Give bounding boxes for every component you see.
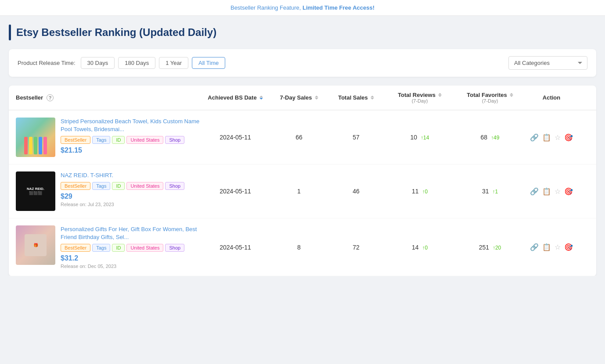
- filter-30days[interactable]: 30 Days: [81, 57, 115, 69]
- note-icon-3[interactable]: 📋: [542, 243, 551, 251]
- link-icon-2[interactable]: 🔗: [530, 187, 539, 196]
- reviews-badge-2: ↑0: [422, 189, 428, 195]
- tag-id-3[interactable]: ID: [112, 244, 125, 252]
- product-price-1: $21.15: [61, 146, 200, 154]
- filter-label: Product Release Time:: [18, 60, 76, 66]
- banner-highlight: Limited Time Free Access!: [302, 4, 375, 11]
- table-row: Striped Personalized Beach Towel, Kids C…: [9, 111, 596, 164]
- tag-bestseller-2[interactable]: BestSeller: [61, 182, 90, 190]
- tag-bestseller-3[interactable]: BestSeller: [61, 244, 90, 252]
- filter-180days[interactable]: 180 Days: [118, 57, 155, 69]
- th-action-label: Action: [543, 94, 560, 101]
- title-accent-bar: [9, 25, 11, 40]
- product-release-2: Release on: Jul 23, 2023: [61, 202, 200, 207]
- filter-alltime[interactable]: All Time: [192, 57, 225, 69]
- th-achieved-date[interactable]: Achieved BS Date: [200, 94, 270, 101]
- product-info-3: Personalized Gifts For Her, Gift Box For…: [61, 225, 200, 269]
- favorites-badge-3: ↑20: [493, 245, 501, 251]
- th-total-reviews-label: Total Reviews: [398, 92, 436, 98]
- total-sales-value-2: 46: [353, 188, 360, 195]
- link-icon-3[interactable]: 🔗: [530, 243, 539, 251]
- product-title-2[interactable]: NAZ REID. T-SHIRT.: [61, 171, 200, 179]
- th-total-sales[interactable]: Total Sales: [328, 94, 385, 101]
- th-total-reviews-multi: Total Reviews (7-Day): [398, 92, 442, 103]
- product-image-2[interactable]: NAZ REID.⬛⬛⬛: [16, 171, 55, 211]
- tag-bestseller-1[interactable]: BestSeller: [61, 136, 90, 144]
- action-cell-2: 🔗 📋 ☆ 🎯: [525, 187, 578, 196]
- category-filter-wrapper: All Categories Jewelry Clothing Home & L…: [508, 56, 587, 70]
- favorites-count-3: 251: [479, 244, 489, 251]
- target-icon-2[interactable]: 🎯: [564, 187, 573, 196]
- table-row: 🎁 Personalized Gifts For Her, Gift Box F…: [9, 218, 596, 276]
- th-achieved-date-label: Achieved BS Date: [208, 94, 256, 101]
- tag-id-1[interactable]: ID: [112, 136, 125, 144]
- achieved-date-sort-icon: [259, 96, 263, 100]
- reviews-badge-1: ↑14: [421, 135, 429, 141]
- th-bestseller-label: Bestseller: [16, 94, 43, 101]
- category-select[interactable]: All Categories Jewelry Clothing Home & L…: [508, 56, 587, 70]
- th-action: Action: [525, 94, 578, 101]
- total-sales-sort-icon: [371, 96, 374, 100]
- tag-tags-2[interactable]: Tags: [92, 182, 110, 190]
- tag-shop-1[interactable]: Shop: [165, 136, 184, 144]
- favorites-badge-1: ↑49: [491, 135, 499, 141]
- favorites-count-1: 68: [481, 134, 488, 141]
- tag-tags-1[interactable]: Tags: [92, 136, 110, 144]
- th-total-favorites-main: Total Favorites: [467, 92, 513, 98]
- target-icon-1[interactable]: 🎯: [564, 133, 573, 142]
- sales-7day-3: 8: [270, 244, 328, 251]
- total-reviews-1: 10 ↑14: [385, 134, 455, 141]
- tag-shop-2[interactable]: Shop: [165, 182, 184, 190]
- product-image-3[interactable]: 🎁: [16, 225, 55, 265]
- star-icon-2[interactable]: ☆: [555, 187, 561, 196]
- favorites-count-2: 31: [482, 188, 489, 195]
- note-icon-1[interactable]: 📋: [542, 133, 551, 142]
- reviews-count-1: 10: [411, 134, 418, 141]
- sales-7day-2: 1: [270, 188, 328, 195]
- total-reviews-3: 14 ↑0: [385, 244, 455, 251]
- filter-1year[interactable]: 1 Year: [159, 57, 188, 69]
- product-tags-2: BestSeller Tags ID United States Shop: [61, 182, 200, 190]
- product-tags-3: BestSeller Tags ID United States Shop: [61, 244, 200, 252]
- product-tags-1: BestSeller Tags ID United States Shop: [61, 136, 200, 144]
- th-total-reviews-sub: (7-Day): [412, 98, 428, 103]
- total-favorites-1: 68 ↑49: [455, 134, 525, 141]
- banner-text: Bestseller Ranking Feature, Limited Time…: [230, 4, 375, 11]
- th-total-reviews[interactable]: Total Reviews (7-Day): [385, 92, 455, 103]
- reviews-count-2: 11: [412, 188, 419, 195]
- star-icon-1[interactable]: ☆: [555, 133, 561, 142]
- th-total-favorites[interactable]: Total Favorites (7-Day): [455, 92, 525, 103]
- tag-id-2[interactable]: ID: [112, 182, 125, 190]
- action-cell-1: 🔗 📋 ☆ 🎯: [525, 133, 578, 142]
- tag-shop-3[interactable]: Shop: [165, 244, 184, 252]
- th-7day-sales[interactable]: 7-Day Sales: [270, 94, 328, 101]
- action-cell-3: 🔗 📋 ☆ 🎯: [525, 243, 578, 251]
- product-info-2: NAZ REID. T-SHIRT. BestSeller Tags ID Un…: [61, 171, 200, 207]
- th-bestseller: Bestseller ?: [16, 94, 200, 101]
- bestseller-help-icon[interactable]: ?: [47, 94, 54, 101]
- tag-country-1[interactable]: United States: [126, 136, 163, 144]
- th-total-favorites-multi: Total Favorites (7-Day): [467, 92, 513, 103]
- link-icon-1[interactable]: 🔗: [530, 133, 539, 142]
- product-title-1[interactable]: Striped Personalized Beach Towel, Kids C…: [61, 118, 200, 133]
- tag-country-3[interactable]: United States: [126, 244, 163, 252]
- product-price-3: $31.2: [61, 254, 200, 262]
- table-header: Bestseller ? Achieved BS Date 7-Day Sale…: [9, 86, 596, 111]
- tag-tags-3[interactable]: Tags: [92, 244, 110, 252]
- total-sales-3: 72: [328, 244, 385, 251]
- tshirt-text: NAZ REID.⬛⬛⬛: [27, 187, 44, 196]
- tag-country-2[interactable]: United States: [126, 182, 163, 190]
- star-icon-3[interactable]: ☆: [555, 243, 561, 251]
- filter-left: Product Release Time: 30 Days 180 Days 1…: [18, 57, 225, 69]
- total-favorites-sort-icon: [510, 93, 513, 97]
- note-icon-2[interactable]: 📋: [542, 187, 551, 196]
- product-cell-1: Striped Personalized Beach Towel, Kids C…: [16, 118, 200, 157]
- target-icon-3[interactable]: 🎯: [564, 243, 573, 251]
- product-cell-2: NAZ REID.⬛⬛⬛ NAZ REID. T-SHIRT. BestSell…: [16, 171, 200, 211]
- achieved-date-3: 2024-05-11: [200, 244, 270, 251]
- th-total-favorites-label: Total Favorites: [467, 92, 507, 98]
- total-sales-1: 57: [328, 134, 385, 141]
- product-title-3[interactable]: Personalized Gifts For Her, Gift Box For…: [61, 225, 200, 241]
- product-image-1[interactable]: [16, 118, 55, 157]
- product-info-1: Striped Personalized Beach Towel, Kids C…: [61, 118, 200, 154]
